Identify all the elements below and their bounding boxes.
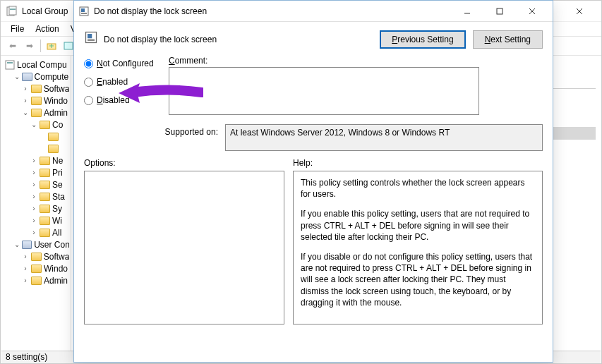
tree-item[interactable] bbox=[5, 142, 69, 154]
dialog-titlebar[interactable]: Do not display the lock screen bbox=[74, 1, 553, 22]
toolbar-up-button[interactable] bbox=[44, 38, 59, 54]
radio-enabled[interactable]: Enabled bbox=[84, 77, 162, 87]
svg-rect-2 bbox=[10, 8, 16, 8]
svg-rect-7 bbox=[7, 62, 13, 63]
chevron-right-icon[interactable]: › bbox=[22, 253, 29, 260]
folder-icon bbox=[40, 193, 50, 201]
policy-state-radios: Not Configured Enabled Disabled bbox=[84, 56, 162, 117]
svg-rect-9 bbox=[81, 8, 85, 12]
folder-icon bbox=[40, 157, 50, 165]
chevron-right-icon[interactable]: › bbox=[30, 169, 37, 176]
help-box: This policy setting controls whether the… bbox=[293, 171, 543, 324]
radio-disabled-input[interactable] bbox=[84, 96, 93, 105]
radio-not-configured-input[interactable] bbox=[84, 59, 93, 68]
chevron-right-icon[interactable]: › bbox=[30, 157, 37, 164]
chevron-down-icon[interactable]: ⌄ bbox=[22, 109, 29, 116]
tree-item-label: Admin bbox=[44, 108, 68, 118]
folder-icon bbox=[31, 265, 42, 273]
tree-item[interactable]: ⌄Co bbox=[5, 119, 69, 131]
chevron-right-icon[interactable]: › bbox=[30, 205, 37, 212]
policy-name: Do not display the lock screen bbox=[102, 30, 380, 44]
menu-file[interactable]: File bbox=[6, 23, 28, 35]
options-box bbox=[84, 171, 284, 324]
tree-item[interactable]: ›Softwa bbox=[5, 250, 69, 262]
svg-rect-11 bbox=[497, 8, 502, 14]
tree-item[interactable]: ›All bbox=[5, 226, 69, 238]
radio-enabled-input[interactable] bbox=[84, 78, 93, 87]
dialog-close-button[interactable] bbox=[516, 1, 548, 21]
tree-item[interactable]: ⌄Computer bbox=[5, 71, 69, 83]
chevron-down-icon[interactable]: ⌄ bbox=[30, 121, 37, 128]
policy-dialog: Do not display the lock screen Do not di… bbox=[73, 0, 553, 363]
tree-item[interactable]: ›Wi bbox=[5, 214, 69, 226]
folder-icon bbox=[22, 241, 32, 249]
chevron-right-icon[interactable]: › bbox=[30, 181, 37, 188]
folder-icon bbox=[22, 73, 32, 81]
tree-item[interactable]: ›Windo bbox=[5, 95, 69, 107]
tree-item-label: All bbox=[52, 228, 61, 238]
tree-item-label: Pri bbox=[52, 168, 63, 178]
radio-disabled[interactable]: Disabled bbox=[84, 95, 162, 105]
tree-item-label: User Conf bbox=[34, 240, 69, 250]
next-setting-button[interactable]: Next Setting bbox=[473, 30, 543, 49]
tree-item[interactable]: ›Sy bbox=[5, 202, 69, 214]
folder-icon bbox=[40, 121, 50, 129]
folder-icon bbox=[40, 229, 50, 237]
gpedit-close-button[interactable] bbox=[563, 1, 596, 21]
help-label: Help: bbox=[293, 158, 543, 168]
tree-item[interactable]: ›Softwa bbox=[5, 83, 69, 95]
chevron-right-icon[interactable]: › bbox=[30, 217, 37, 224]
dialog-maximize-button[interactable] bbox=[483, 1, 516, 21]
chevron-right-icon[interactable]: › bbox=[30, 229, 37, 236]
tree-item[interactable]: ⌄User Conf bbox=[5, 238, 69, 250]
folder-icon bbox=[40, 205, 50, 213]
supported-on-box: At least Windows Server 2012, Windows 8 … bbox=[225, 124, 543, 151]
comment-textarea[interactable] bbox=[169, 67, 479, 115]
toolbar-fwd-button[interactable]: ➡ bbox=[22, 38, 37, 54]
policy-dialog-icon bbox=[78, 6, 90, 17]
previous-setting-button[interactable]: Previous Setting bbox=[380, 30, 465, 49]
svg-rect-10 bbox=[81, 13, 87, 14]
folder-icon bbox=[40, 181, 50, 189]
supported-on-label: Supported on: bbox=[84, 124, 218, 137]
svg-rect-13 bbox=[88, 34, 92, 38]
tree-item[interactable]: ›Windo bbox=[5, 262, 69, 274]
tree-item-label: Admin bbox=[44, 276, 68, 286]
chevron-right-icon[interactable]: › bbox=[22, 85, 29, 92]
tree-item[interactable]: ›Sta bbox=[5, 190, 69, 202]
radio-not-configured[interactable]: Not Configured bbox=[84, 59, 162, 68]
chevron-right-icon[interactable]: › bbox=[22, 265, 29, 272]
tree-item[interactable] bbox=[5, 131, 69, 142]
folder-icon bbox=[48, 145, 59, 153]
tree-root[interactable]: Local Compu bbox=[5, 59, 69, 71]
tree-item[interactable]: ⌄Admin bbox=[5, 107, 69, 119]
toolbar-back-button[interactable]: ⬅ bbox=[5, 38, 20, 54]
tree-item[interactable]: ›Pri bbox=[5, 166, 69, 178]
dialog-minimize-button[interactable] bbox=[451, 1, 483, 21]
svg-rect-6 bbox=[6, 61, 14, 69]
tree-item-label: Ne bbox=[52, 156, 63, 166]
options-label: Options: bbox=[84, 158, 284, 168]
svg-rect-5 bbox=[64, 42, 73, 49]
tree-item[interactable]: ›Se bbox=[5, 178, 69, 190]
menu-action[interactable]: Action bbox=[31, 23, 63, 35]
chevron-right-icon[interactable]: › bbox=[30, 193, 37, 200]
gpedit-icon bbox=[6, 6, 18, 17]
tree-item-label: Windo bbox=[44, 264, 68, 274]
folder-icon bbox=[31, 85, 42, 93]
tree-item-label: Wi bbox=[52, 216, 62, 226]
svg-rect-3 bbox=[10, 9, 16, 10]
folder-icon bbox=[31, 97, 42, 105]
chevron-down-icon[interactable]: ⌄ bbox=[13, 241, 20, 248]
chevron-right-icon[interactable]: › bbox=[22, 277, 29, 284]
svg-rect-1 bbox=[9, 6, 16, 15]
tree-item-label: Se bbox=[52, 180, 63, 190]
gpedit-tree[interactable]: Local Compu ⌄Computer›Softwa›Windo⌄Admin… bbox=[1, 56, 71, 351]
chevron-down-icon[interactable]: ⌄ bbox=[13, 73, 20, 80]
toolbar-separator bbox=[40, 40, 41, 52]
policy-icon bbox=[5, 60, 15, 70]
chevron-right-icon[interactable]: › bbox=[22, 97, 29, 104]
tree-item[interactable]: ›Ne bbox=[5, 154, 69, 166]
tree-item-label: Sy bbox=[52, 204, 62, 214]
tree-item[interactable]: ›Admin bbox=[5, 274, 69, 286]
